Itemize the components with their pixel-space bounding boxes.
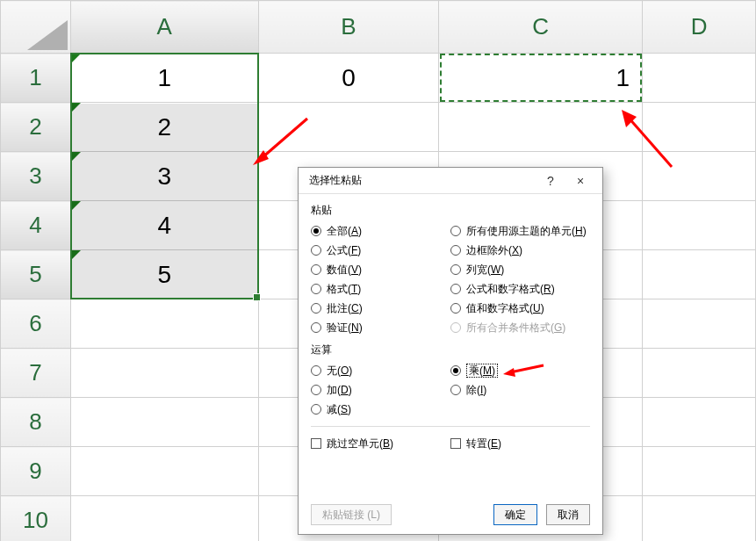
- svg-marker-5: [503, 368, 515, 377]
- radio-icon: [450, 226, 461, 236]
- paste-link-button: 粘贴链接 (L): [311, 504, 392, 525]
- cell-C2[interactable]: [439, 103, 643, 152]
- cell-D4[interactable]: [643, 201, 756, 250]
- radio-option[interactable]: 所有使用源主题的单元(H): [450, 221, 590, 241]
- radio-icon: [311, 284, 321, 294]
- cell-A4[interactable]: 4: [70, 201, 258, 250]
- row-header-7[interactable]: 7: [1, 349, 71, 398]
- radio-icon: [450, 245, 461, 256]
- radio-option[interactable]: 格式(T): [311, 279, 450, 299]
- cell-A7[interactable]: [70, 349, 258, 398]
- cell-A8[interactable]: [70, 398, 258, 447]
- radio-option[interactable]: 值和数字格式(U): [450, 299, 590, 318]
- ok-button[interactable]: 确定: [493, 504, 537, 525]
- row-header-5[interactable]: 5: [1, 250, 71, 299]
- col-header-C[interactable]: C: [439, 1, 643, 54]
- radio-option[interactable]: 批注(C): [311, 299, 450, 318]
- skip-blanks-checkbox[interactable]: 跳过空单元(B): [311, 434, 450, 453]
- annotation-arrow-icon: [501, 363, 545, 379]
- radio-option[interactable]: 数值(V): [311, 260, 450, 279]
- radio-icon: [311, 245, 321, 256]
- radio-icon: [450, 264, 461, 275]
- row-header-6[interactable]: 6: [1, 299, 71, 349]
- cell-D5[interactable]: [643, 250, 756, 299]
- checkbox-icon: [311, 438, 321, 449]
- col-header-D[interactable]: D: [643, 1, 756, 54]
- close-button[interactable]: ×: [565, 170, 595, 191]
- paste-special-dialog: 选择性粘贴 ? × 粘贴 全部(A)公式(F)数值(V)格式(T)批注(C)验证…: [298, 167, 603, 535]
- cell-A6[interactable]: [70, 299, 258, 349]
- radio-icon: [450, 284, 461, 294]
- row-header-8[interactable]: 8: [1, 398, 71, 447]
- radio-option: 所有合并条件格式(G): [450, 318, 590, 337]
- radio-icon: [311, 303, 321, 314]
- radio-icon: [311, 264, 321, 275]
- row-header-3[interactable]: 3: [1, 152, 71, 201]
- radio-icon: [311, 226, 321, 236]
- radio-option[interactable]: 边框除外(X): [450, 241, 590, 260]
- cell-D2[interactable]: [643, 103, 756, 152]
- col-header-A[interactable]: A: [70, 1, 258, 54]
- radio-option[interactable]: 无(O): [311, 361, 450, 380]
- col-header-B[interactable]: B: [258, 1, 439, 54]
- cell-D3[interactable]: [643, 152, 756, 201]
- dialog-title: 选择性粘贴: [309, 173, 536, 188]
- radio-option[interactable]: 列宽(W): [450, 260, 590, 279]
- radio-icon: [450, 322, 461, 333]
- operation-group-label: 运算: [311, 343, 590, 357]
- radio-icon: [311, 404, 321, 415]
- cell-C1[interactable]: 1: [439, 54, 643, 103]
- radio-icon: [450, 385, 461, 395]
- cell-D1[interactable]: [643, 54, 756, 103]
- radio-option[interactable]: 公式和数字格式(R): [450, 279, 590, 299]
- radio-icon: [311, 322, 321, 333]
- radio-icon: [450, 303, 461, 314]
- dialog-titlebar[interactable]: 选择性粘贴 ? ×: [299, 168, 602, 194]
- transpose-checkbox[interactable]: 转置(E): [450, 434, 590, 453]
- radio-option[interactable]: 全部(A): [311, 221, 450, 241]
- row-header-2[interactable]: 2: [1, 103, 71, 152]
- cancel-button[interactable]: 取消: [546, 504, 590, 525]
- cell-B2[interactable]: [258, 103, 439, 152]
- radio-option[interactable]: 公式(F): [311, 241, 450, 260]
- row-header-9[interactable]: 9: [1, 447, 71, 496]
- radio-option[interactable]: 除(I): [450, 380, 590, 400]
- radio-icon: [311, 385, 321, 395]
- cell-A3[interactable]: 3: [70, 152, 258, 201]
- row-header-4[interactable]: 4: [1, 201, 71, 250]
- cell-A9[interactable]: [70, 447, 258, 496]
- radio-icon: [311, 365, 321, 376]
- radio-option[interactable]: 乘(M): [450, 361, 590, 380]
- help-button[interactable]: ?: [536, 170, 565, 191]
- radio-option[interactable]: 减(S): [311, 400, 450, 419]
- select-all-corner[interactable]: [1, 1, 71, 54]
- radio-option[interactable]: 加(D): [311, 380, 450, 400]
- cell-B1[interactable]: 0: [258, 54, 439, 103]
- paste-group-label: 粘贴: [311, 203, 590, 218]
- svg-line-4: [510, 365, 544, 372]
- cell-A5[interactable]: 5: [70, 250, 258, 299]
- radio-icon: [450, 365, 461, 376]
- cell-A1[interactable]: 1: [70, 54, 258, 103]
- cell-A2[interactable]: 2: [70, 103, 258, 152]
- row-header-1[interactable]: 1: [1, 54, 71, 103]
- radio-option[interactable]: 验证(N): [311, 318, 450, 337]
- checkbox-icon: [450, 438, 461, 449]
- row-header-10[interactable]: 10: [1, 496, 71, 542]
